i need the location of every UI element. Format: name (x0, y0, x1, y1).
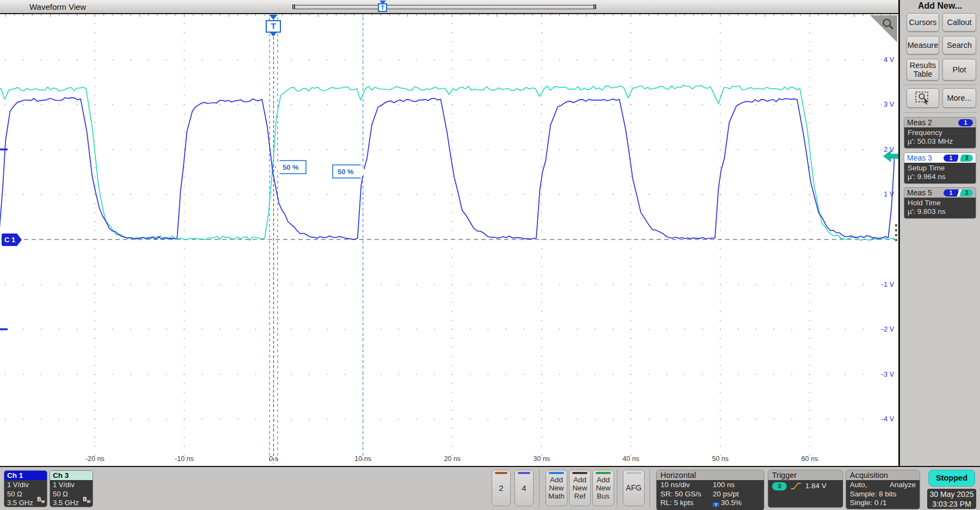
date: 30 May 2025 (927, 489, 976, 499)
waveform-view-title: Waveform View (29, 2, 86, 11)
waveform-view-titlebar[interactable]: Waveform View T (0, 0, 899, 14)
x-axis-label--10ns: -10 ns (167, 455, 201, 463)
trigger-level: 1.84 V (805, 482, 826, 491)
meas3-label: Meas 3 (907, 153, 932, 162)
trigger-position-pct: T30.5% (713, 499, 742, 509)
record-duration: 100 ns (713, 481, 735, 490)
channel1-badge[interactable]: Ch 1 1 V/div 50 Ω 3.5 GHz BW (4, 470, 47, 507)
add-plot-button[interactable]: Plot (942, 59, 976, 81)
channel3-badge[interactable]: Ch 3 1 V/div 50 Ω 3.5 GHz BW (50, 470, 93, 507)
source-1-badge: 1 (944, 155, 958, 162)
channel2-color-stripe (495, 472, 507, 474)
add-new-math-button[interactable]: Add New Math (546, 470, 567, 506)
source-1-badge: 1 (944, 189, 958, 196)
trigger-t-icon: T (713, 502, 719, 509)
bus-color-stripe (596, 472, 611, 474)
meas3-source-badges: 13 (944, 155, 973, 162)
add-new-title: Add New... (900, 1, 980, 11)
x-axis-label-40ns: 40 ns (614, 455, 648, 463)
channel1-label: Ch 1 (4, 471, 47, 480)
sample-resolution: 20 ps/pt (713, 490, 739, 499)
trigger-flag-pointer (270, 33, 277, 36)
y-axis-label-2V: 2 V (869, 145, 894, 154)
afg-color-stripe (626, 472, 641, 474)
meas3-name: Setup Time (908, 164, 972, 173)
acquisition-mode: Auto, (850, 481, 867, 490)
separator (617, 469, 617, 507)
meas3-value: µ': 9.964 ns (908, 173, 972, 181)
channel1-scale: 1 V/div (7, 481, 44, 490)
meas2-source-badges: 1 (958, 119, 973, 126)
meas5-label: Meas 5 (907, 188, 932, 197)
add-new-bus-button[interactable]: Add New Bus (592, 470, 614, 506)
x-axis-label-60ns: 60 ns (792, 455, 827, 463)
channel4-button[interactable]: 4 (514, 470, 534, 506)
measurement-gate-label-right[interactable]: 50 % (332, 164, 366, 179)
source-3-badge: 3 (960, 155, 973, 162)
meas2-name: Frequency (908, 128, 972, 137)
source-1-badge: 1 (958, 119, 973, 126)
horizontal-scale: 10 ns/div (660, 481, 713, 490)
more-button[interactable]: More... (942, 88, 976, 108)
acquisition-single: Single: 0 /1 (850, 499, 916, 508)
y-axis-label-4V: 4 V (869, 56, 894, 64)
y-axis-label--4V: -4 V (869, 415, 894, 423)
separator (539, 469, 540, 507)
waveform-canvas[interactable] (0, 14, 899, 466)
measurement-gate-label-left[interactable]: 50 % (275, 160, 307, 174)
add-search-button[interactable]: Search (942, 36, 976, 54)
afg-button[interactable]: AFG (623, 470, 645, 506)
acquisition-sample: Sample: 8 bits (850, 490, 916, 499)
meas5-value: µ': 9.803 ns (908, 207, 972, 216)
trigger-triangle-icon (269, 15, 278, 20)
horizontal-title: Horizontal (657, 470, 764, 480)
trigger-title: Trigger (768, 470, 843, 480)
zoom-selection-icon (915, 91, 931, 105)
add-cursors-button[interactable]: Cursors (906, 13, 939, 32)
acquisition-title: Acquisition (846, 470, 920, 480)
y-axis-label-1V: 1 V (869, 190, 894, 199)
math-color-stripe (549, 472, 564, 474)
channel4-color-stripe (518, 472, 530, 474)
add-callout-button[interactable]: Callout (942, 13, 976, 32)
waveform-plot-area[interactable]: C 1 T 50 % 50 % 4 V3 V2 V1 V-1 V-2 V-3 V… (0, 14, 899, 466)
record-overview-bar[interactable] (292, 4, 596, 9)
zoom-selection-button[interactable] (906, 88, 939, 108)
panel-separator (903, 84, 977, 85)
meas2-value: µ': 50.03 MHz (908, 137, 972, 146)
record-trigger-position-marker[interactable]: T (378, 1, 388, 14)
run-stop-status-button[interactable]: Stopped (928, 470, 975, 487)
x-axis-label-20ns: 20 ns (435, 455, 470, 463)
sample-rate: SR: 50 GS/s (660, 490, 713, 499)
trigger-position-flag[interactable]: T (266, 15, 281, 36)
horizontal-badge[interactable]: Horizontal 10 ns/div100 ns SR: 50 GS/s20… (656, 470, 764, 510)
x-axis-label--20ns: -20 ns (77, 455, 112, 463)
y-axis-label--3V: -3 V (869, 370, 894, 379)
meas2-badge[interactable]: Meas 2 1 Frequency µ': 50.03 MHz (904, 117, 976, 149)
trigger-source-badge: 3 (772, 482, 787, 490)
panel-separator (903, 112, 977, 113)
y-axis-label--1V: -1 V (869, 280, 894, 289)
meas2-label: Meas 2 (907, 118, 932, 127)
y-axis-label--2V: -2 V (869, 325, 894, 334)
meas3-badge[interactable]: Meas 3 13 Setup Time µ': 9.964 ns (904, 152, 976, 184)
add-measure-button[interactable]: Measure (906, 36, 939, 54)
bandwidth-limit-icon: BW (37, 495, 45, 507)
source-3-badge: 3 (960, 189, 973, 196)
add-new-ref-button[interactable]: Add New Ref (569, 470, 591, 506)
channel2-button[interactable]: 2 (492, 470, 511, 506)
x-axis-label-30ns: 30 ns (524, 455, 559, 463)
bandwidth-limit-icon: BW (83, 495, 90, 507)
meas5-name: Hold Time (908, 199, 972, 207)
panel-splitter-handle[interactable] (895, 224, 897, 243)
x-axis-label-0s: 0 s (256, 455, 291, 463)
oscilloscope-app: Waveform View T C 1 T 50 % 50 % 4 V3 V2 … (0, 0, 980, 510)
meas5-badge[interactable]: Meas 5 13 Hold Time µ': 9.803 ns (904, 187, 976, 219)
record-length: RL: 5 kpts (660, 499, 713, 509)
trigger-badge[interactable]: Trigger 3 1.84 V (768, 470, 843, 508)
ref-color-stripe (572, 472, 587, 474)
channel3-scale: 1 V/div (53, 481, 90, 490)
add-results-table-button[interactable]: Results Table (906, 59, 939, 81)
settings-bar: Ch 1 1 V/div 50 Ω 3.5 GHz BW Ch 3 1 V/di… (0, 466, 980, 510)
acquisition-badge[interactable]: Acquisition Auto,Analyze Sample: 8 bits … (846, 470, 920, 509)
